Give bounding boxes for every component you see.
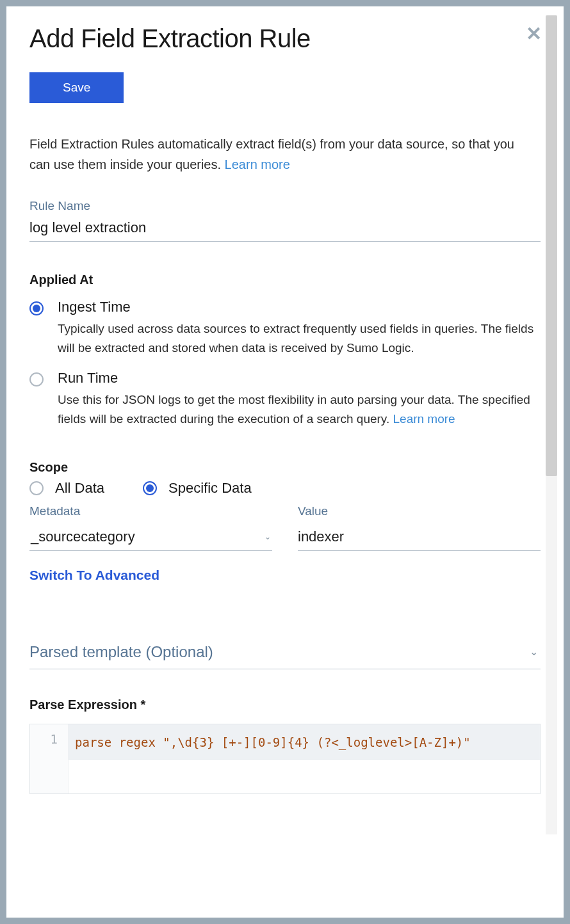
parsed-template-toggle[interactable]: Parsed template (Optional) ⌄ [29, 635, 541, 669]
scope-heading: Scope [29, 460, 541, 475]
line-number: 1 [30, 732, 58, 746]
applied-at-option-ingest[interactable]: Ingest Time Typically used across data s… [29, 299, 541, 358]
scope-label: All Data [55, 480, 104, 497]
add-fer-modal: Add Field Extraction Rule ✕ Save Field E… [6, 6, 564, 918]
line-gutter: 1 [30, 724, 69, 793]
value-label: Value [298, 504, 541, 518]
scope-option-all[interactable]: All Data [29, 480, 104, 497]
page-title: Add Field Extraction Rule [29, 24, 541, 53]
rule-name-label: Rule Name [29, 199, 541, 213]
parsed-template-label: Parsed template (Optional) [29, 643, 213, 661]
metadata-value: _sourcecategory [31, 529, 135, 545]
radio-title: Ingest Time [58, 299, 541, 315]
radio-desc: Typically used across data sources to ex… [58, 319, 541, 358]
scope-option-specific[interactable]: Specific Data [143, 480, 252, 497]
save-button[interactable]: Save [29, 72, 124, 103]
parse-expression-label: Parse Expression * [29, 697, 541, 712]
intro-description: Field Extraction Rules automatically ext… [29, 134, 529, 175]
close-icon[interactable]: ✕ [526, 24, 542, 44]
radio-icon[interactable] [29, 372, 44, 386]
parse-expression-editor[interactable]: 1 parse regex ",\d{3} [+-][0-9]{4} (?<_l… [29, 724, 541, 794]
scrollbar[interactable] [546, 15, 557, 834]
applied-at-option-runtime[interactable]: Run Time Use this for JSON logs to get t… [29, 370, 541, 429]
chevron-down-icon: ⌄ [530, 646, 538, 658]
metadata-select[interactable]: _sourcecategory ⌄ [29, 522, 272, 551]
code-line[interactable]: parse regex ",\d{3} [+-][0-9]{4} (?<_log… [69, 724, 540, 760]
radio-icon[interactable] [29, 301, 44, 315]
applied-at-heading: Applied At [29, 273, 541, 287]
learn-more-link[interactable]: Learn more [393, 412, 455, 426]
metadata-label: Metadata [29, 504, 272, 518]
radio-desc: Use this for JSON logs to get the most f… [58, 390, 541, 429]
scrollbar-thumb[interactable] [546, 15, 557, 476]
rule-name-input[interactable] [29, 213, 541, 242]
scope-label: Specific Data [168, 480, 252, 497]
learn-more-link[interactable]: Learn more [225, 157, 290, 171]
value-input[interactable] [298, 522, 541, 551]
radio-icon[interactable] [143, 481, 157, 495]
radio-icon[interactable] [29, 481, 44, 495]
chevron-down-icon: ⌄ [265, 532, 271, 541]
switch-advanced-link[interactable]: Switch To Advanced [29, 568, 159, 583]
radio-title: Run Time [58, 370, 541, 386]
